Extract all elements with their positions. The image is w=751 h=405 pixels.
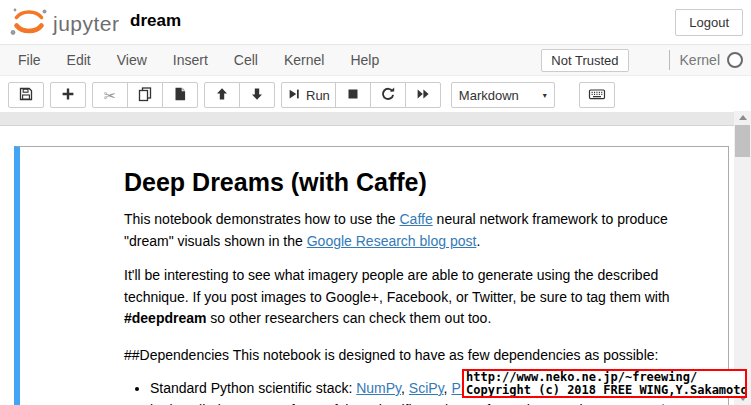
- restart-kernel-button[interactable]: [370, 82, 406, 108]
- vertical-scrollbar[interactable]: [734, 111, 751, 405]
- step-forward-icon: [287, 87, 301, 104]
- stop-icon: [345, 86, 361, 105]
- inline-link[interactable]: Google Research blog post: [307, 233, 477, 249]
- interrupt-kernel-button[interactable]: [335, 82, 371, 108]
- paragraph-dependencies: ##Dependencies This notebook is designed…: [124, 345, 714, 367]
- notebook-title[interactable]: dream: [130, 11, 181, 31]
- header-bar: jupyter dream Logout: [0, 0, 751, 44]
- toolbar: ✂: [0, 77, 751, 112]
- menu-insert[interactable]: Insert: [160, 45, 221, 75]
- logout-button[interactable]: Logout: [675, 9, 743, 36]
- menu-cell[interactable]: Cell: [221, 45, 271, 75]
- jupyter-logo-icon: [8, 5, 50, 43]
- refresh-icon: [380, 86, 396, 105]
- menu-edit[interactable]: Edit: [54, 45, 104, 75]
- menu-divider: [669, 50, 670, 70]
- menu-kernel[interactable]: Kernel: [271, 45, 337, 75]
- menu-file[interactable]: File: [5, 45, 54, 75]
- menu-view[interactable]: View: [104, 45, 160, 75]
- copy-cell-button[interactable]: [127, 82, 163, 108]
- keyboard-icon: [588, 86, 606, 105]
- paste-cell-button[interactable]: [162, 82, 198, 108]
- cut-cell-button[interactable]: ✂: [92, 82, 128, 108]
- scrollbar-up-arrow[interactable]: [734, 111, 751, 124]
- copy-icon: [137, 86, 153, 105]
- run-all-button[interactable]: [405, 82, 441, 108]
- menu-bar: File Edit View Insert Cell Kernel Help N…: [0, 44, 751, 76]
- command-palette-button[interactable]: [579, 82, 615, 108]
- cell-type-dropdown[interactable]: Markdown ▾: [451, 82, 555, 108]
- watermark-copyright: Copyright (c) 2018 FREE WING,Y.Sakamoto: [466, 384, 743, 397]
- arrow-up-icon: [214, 86, 230, 105]
- paragraph-social: It'll be interesting to see what imagery…: [124, 265, 714, 330]
- paste-icon: [172, 86, 188, 105]
- save-button[interactable]: [8, 82, 44, 108]
- bold-text: #deepdream: [124, 310, 206, 326]
- scissors-icon: ✂: [104, 88, 117, 103]
- not-trusted-badge[interactable]: Not Trusted: [541, 49, 628, 72]
- jupyter-notebook-app: jupyter dream Logout File Edit View Inse…: [0, 0, 751, 405]
- menu-help[interactable]: Help: [337, 45, 392, 75]
- watermark-url: http://www.neko.ne.jp/~freewing/: [466, 371, 743, 384]
- cell-heading: Deep Dreams (with Caffe): [124, 167, 714, 197]
- move-cell-up-button[interactable]: [204, 82, 240, 108]
- move-cell-down-button[interactable]: [239, 82, 275, 108]
- insert-cell-below-button[interactable]: [50, 82, 86, 108]
- kernel-idle-icon: [727, 52, 743, 68]
- save-icon: [18, 86, 34, 105]
- inline-link[interactable]: Caffe: [400, 211, 433, 227]
- arrow-down-icon: [249, 86, 265, 105]
- plus-icon: [60, 86, 76, 105]
- watermark-box: http://www.neko.ne.jp/~freewing/ Copyrig…: [462, 369, 747, 398]
- jupyter-logo[interactable]: jupyter: [8, 5, 120, 43]
- inline-link[interactable]: NumPy: [356, 380, 401, 396]
- run-button-label: Run: [306, 88, 330, 103]
- header-bottom-strip: [0, 112, 751, 126]
- kernel-indicator-label: Kernel: [680, 52, 720, 68]
- scrollbar-thumb[interactable]: [735, 125, 750, 157]
- cell-type-value: Markdown: [459, 88, 519, 103]
- inline-link[interactable]: SciPy: [409, 380, 444, 396]
- chevron-down-icon: ▾: [543, 91, 547, 100]
- paragraph-intro: This notebook demonstrates how to use th…: [124, 209, 714, 252]
- inline-link[interactable]: Anaconda: [609, 402, 672, 405]
- jupyter-logo-text: jupyter: [53, 12, 120, 36]
- selected-markdown-cell[interactable]: Deep Dreams (with Caffe) This notebook d…: [14, 146, 729, 405]
- run-cell-button[interactable]: Run: [281, 82, 336, 108]
- fast-forward-icon: [415, 86, 431, 105]
